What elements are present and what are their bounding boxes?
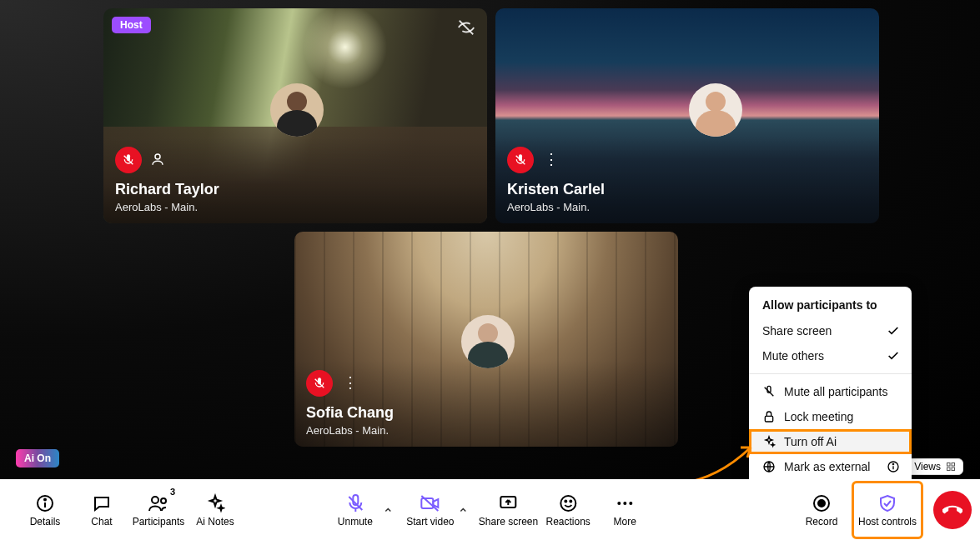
participant-tile-richard[interactable]: Host Richard Taylor AeroLabs - Main. bbox=[103, 8, 487, 223]
participant-tile-sofia[interactable]: ⋮ Sofia Chang AeroLabs - Main. bbox=[294, 232, 678, 447]
unmute-button[interactable]: Unmute bbox=[329, 485, 382, 535]
svg-point-19 bbox=[161, 498, 166, 503]
video-chevron[interactable] bbox=[455, 485, 470, 535]
video-off-icon bbox=[420, 492, 441, 514]
svg-rect-10 bbox=[765, 416, 772, 422]
unmute-chevron[interactable] bbox=[380, 485, 395, 535]
avatar bbox=[461, 315, 515, 368]
sparkle-icon bbox=[762, 435, 776, 448]
svg-point-26 bbox=[565, 500, 566, 502]
svg-rect-22 bbox=[421, 498, 433, 508]
menu-item-mute-all[interactable]: Mute all participants bbox=[749, 379, 912, 404]
more-button[interactable]: More bbox=[598, 485, 651, 535]
kebab-icon[interactable]: ⋮ bbox=[544, 152, 559, 167]
svg-point-28 bbox=[617, 502, 621, 505]
participant-subtitle: AeroLabs - Main. bbox=[507, 201, 590, 213]
avatar bbox=[689, 83, 742, 137]
svg-point-29 bbox=[623, 502, 626, 505]
share-screen-icon bbox=[499, 492, 519, 514]
shield-icon bbox=[877, 492, 897, 514]
svg-point-30 bbox=[629, 502, 632, 505]
mic-off-icon bbox=[345, 492, 365, 514]
svg-point-27 bbox=[570, 500, 571, 502]
phone-icon bbox=[942, 500, 962, 520]
share-screen-button[interactable]: Share screen bbox=[479, 485, 538, 535]
menu-separator bbox=[749, 373, 912, 374]
svg-rect-5 bbox=[947, 463, 951, 467]
svg-rect-7 bbox=[947, 468, 951, 471]
host-controls-menu: Allow participants to Share screen Mute … bbox=[749, 287, 912, 486]
sparkle-icon bbox=[205, 492, 225, 514]
menu-item-lock-meeting[interactable]: Lock meeting bbox=[749, 404, 912, 429]
record-button[interactable]: Record bbox=[795, 485, 848, 535]
participants-button[interactable]: 3 Participants bbox=[132, 485, 185, 535]
toolbar: Details Chat 3 Participants Ai Notes Unm… bbox=[0, 479, 980, 540]
svg-rect-8 bbox=[952, 468, 955, 471]
chat-button[interactable]: Chat bbox=[75, 485, 128, 535]
participants-count: 3 bbox=[170, 487, 175, 497]
svg-point-32 bbox=[818, 500, 825, 507]
mic-muted-icon bbox=[115, 147, 142, 173]
avatar bbox=[270, 83, 324, 137]
participant-name: Richard Taylor bbox=[115, 181, 219, 198]
mic-off-icon bbox=[762, 385, 776, 398]
globe-icon bbox=[762, 460, 776, 473]
svg-point-25 bbox=[560, 496, 575, 511]
svg-rect-6 bbox=[952, 463, 955, 467]
participant-subtitle: AeroLabs - Main. bbox=[115, 201, 198, 213]
menu-item-mark-external[interactable]: Mark as external bbox=[749, 454, 912, 479]
hangup-button[interactable] bbox=[933, 491, 972, 529]
host-badge: Host bbox=[112, 17, 151, 33]
menu-item-turn-off-ai[interactable]: Turn off Ai bbox=[749, 429, 912, 454]
ai-notes-button[interactable]: Ai Notes bbox=[188, 485, 242, 535]
check-icon bbox=[887, 349, 900, 362]
start-video-button[interactable]: Start video bbox=[404, 485, 457, 535]
details-button[interactable]: Details bbox=[18, 485, 72, 535]
menu-item-share-screen[interactable]: Share screen bbox=[749, 318, 912, 343]
chat-icon bbox=[92, 492, 112, 514]
info-icon bbox=[35, 492, 55, 514]
mic-muted-icon bbox=[507, 147, 534, 173]
video-off-icon bbox=[457, 18, 475, 37]
menu-item-mute-others[interactable]: Mute others bbox=[749, 343, 912, 368]
ai-on-badge: Ai On bbox=[16, 449, 59, 468]
svg-point-18 bbox=[152, 497, 158, 503]
views-button[interactable]: Views bbox=[907, 458, 963, 475]
svg-point-17 bbox=[44, 498, 46, 500]
reactions-button[interactable]: Reactions bbox=[541, 485, 595, 535]
participant-name: Sofia Chang bbox=[306, 404, 394, 422]
participant-subtitle: AeroLabs - Main. bbox=[306, 424, 389, 437]
svg-point-14 bbox=[892, 463, 893, 464]
svg-point-2 bbox=[155, 154, 160, 159]
more-icon bbox=[615, 492, 635, 514]
menu-title: Allow participants to bbox=[749, 295, 912, 318]
host-controls-highlight: Host controls bbox=[852, 481, 923, 539]
views-label: Views bbox=[914, 461, 941, 472]
lock-icon bbox=[762, 410, 776, 423]
svg-line-9 bbox=[765, 388, 774, 397]
kebab-icon[interactable]: ⋮ bbox=[343, 375, 358, 390]
participant-tile-kristen[interactable]: ⋮ Kristen Carlel AeroLabs - Main. bbox=[495, 8, 879, 223]
participant-name: Kristen Carlel bbox=[507, 181, 605, 198]
mic-muted-icon bbox=[306, 370, 333, 397]
person-icon bbox=[150, 152, 165, 167]
smile-icon bbox=[558, 492, 578, 514]
host-controls-button[interactable]: Host controls bbox=[856, 485, 919, 535]
grid-icon bbox=[946, 462, 956, 472]
record-icon bbox=[812, 492, 832, 514]
check-icon bbox=[887, 324, 900, 338]
people-icon bbox=[148, 492, 169, 514]
info-icon bbox=[887, 460, 900, 473]
